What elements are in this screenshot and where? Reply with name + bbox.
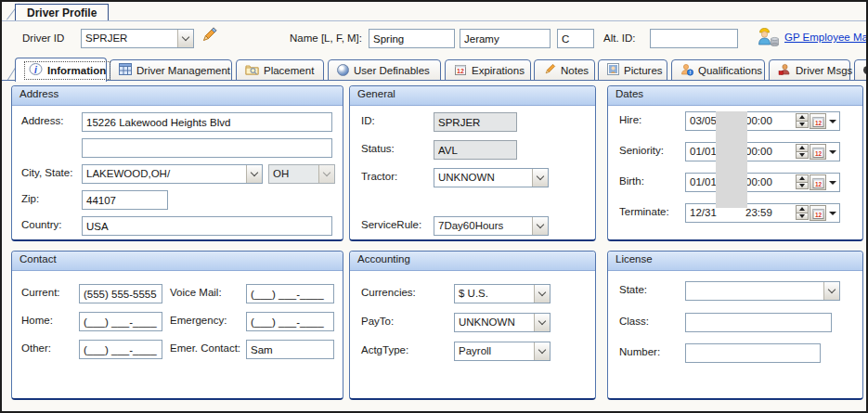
tab-expirations[interactable]: 12 Expirations — [445, 59, 531, 81]
pencil-icon — [543, 63, 556, 78]
voicemail-field[interactable] — [246, 284, 334, 303]
seniority-label: Seniority: — [619, 145, 664, 156]
accounting-group-header: Accounting — [350, 252, 595, 271]
seniority-date-field[interactable]: 01/01 00:00 12 — [685, 142, 840, 161]
spin-down-button[interactable] — [796, 121, 809, 129]
currencies-dropdown-button[interactable] — [534, 285, 550, 303]
info-icon: i — [29, 63, 43, 78]
home-phone-field[interactable] — [79, 312, 162, 331]
driver-id-combobox[interactable]: SPRJER — [81, 29, 194, 48]
actgtype-dropdown-button[interactable] — [534, 342, 550, 360]
terminate-date-field[interactable]: 12/31 23:59 12 — [685, 203, 840, 223]
hire-date-field[interactable]: 03/05 00:00 12 — [685, 111, 840, 131]
actgtype-combobox[interactable]: Payroll — [454, 342, 551, 361]
tab-label: Placement — [264, 65, 314, 76]
payto-combobox[interactable]: UNKNOWN — [454, 313, 551, 332]
chevron-down-icon — [251, 169, 258, 176]
arrow-down-icon — [799, 123, 805, 126]
payto-dropdown-button[interactable] — [534, 314, 550, 331]
state-combobox: OH — [268, 164, 335, 184]
city-state-dropdown-button[interactable] — [246, 165, 262, 183]
servicerule-value: 7Day60Hours — [438, 220, 531, 231]
emer-contact-label: Emer. Contact: — [170, 342, 240, 354]
terminate-calendar-button[interactable]: 12 — [810, 205, 826, 221]
tab-driver-msgs[interactable]: Driver Msgs — [769, 59, 850, 81]
license-state-combobox[interactable] — [685, 281, 840, 301]
hire-calendar-button[interactable]: 12 — [810, 113, 826, 129]
license-state-label: State: — [619, 284, 647, 295]
photo-icon — [607, 63, 619, 77]
tab-qualifications[interactable]: ! Qualifications — [671, 59, 765, 81]
license-number-field[interactable] — [685, 343, 821, 363]
tab-label: Pictures — [624, 65, 663, 76]
tab-driver-management[interactable]: Driver Management — [110, 59, 232, 81]
calendar-dropdown-caret[interactable] — [829, 212, 836, 215]
calendar-dropdown-caret[interactable] — [829, 150, 836, 154]
tractor-dropdown-button[interactable] — [532, 169, 548, 187]
tab-notes[interactable]: Notes — [534, 59, 595, 81]
alt-id-field[interactable] — [650, 29, 738, 48]
country-field[interactable] — [82, 216, 332, 236]
tab-partial-clipped[interactable] — [854, 59, 868, 81]
tab-pictures[interactable]: Pictures — [598, 59, 667, 81]
hire-spinner[interactable] — [796, 113, 809, 129]
calendar-dropdown-caret[interactable] — [829, 120, 836, 123]
home-phone-label: Home: — [21, 315, 53, 326]
name-first-field[interactable] — [460, 29, 551, 48]
zip-field[interactable] — [82, 190, 168, 210]
address-label: Address: — [21, 115, 63, 126]
voicemail-label: Voice Mail: — [170, 287, 222, 298]
birth-calendar-button[interactable]: 12 — [810, 174, 826, 190]
accounting-groupbox: Accounting Currencies: $ U.S. PayTo: UNK… — [349, 251, 596, 400]
calendar-dropdown-caret[interactable] — [829, 181, 836, 185]
address-line1-field[interactable] — [82, 112, 332, 132]
chevron-down-icon — [182, 33, 189, 41]
tab-label: Information — [47, 65, 106, 76]
license-state-dropdown-button[interactable] — [823, 282, 839, 300]
tab-placement[interactable]: Placement — [236, 59, 324, 81]
edit-pencil-icon[interactable] — [200, 26, 218, 46]
calendar-icon: 12 — [812, 177, 824, 188]
emer-contact-field[interactable] — [246, 340, 334, 359]
dates-group-header: Dates — [608, 86, 862, 106]
general-group-header: General — [350, 86, 595, 106]
tractor-combobox[interactable]: UNKNOWN — [434, 168, 549, 187]
terminate-time-value: 23:59 — [745, 207, 772, 218]
tractor-value: UNKNOWN — [438, 172, 531, 183]
seniority-spinner[interactable] — [796, 144, 809, 160]
license-class-field[interactable] — [685, 313, 832, 332]
birth-spinner[interactable] — [796, 174, 809, 190]
state-value: OH — [273, 168, 317, 179]
svg-text:i: i — [34, 64, 37, 74]
license-class-label: Class: — [619, 316, 649, 327]
address-line2-field[interactable] — [82, 138, 332, 158]
chevron-down-icon — [538, 346, 546, 354]
tab-user-definables[interactable]: User Definables — [328, 59, 441, 81]
seniority-calendar-button[interactable]: 12 — [810, 144, 826, 160]
emergency-phone-label: Emergency: — [170, 315, 227, 326]
other-phone-field[interactable] — [79, 340, 162, 359]
svg-text:12: 12 — [814, 181, 822, 187]
chevron-down-icon — [537, 221, 544, 228]
driver-profile-tab-label: Driver Profile — [27, 6, 97, 19]
currencies-combobox[interactable]: $ U.S. — [454, 284, 551, 303]
driver-id-dropdown-button[interactable] — [177, 30, 193, 47]
servicerule-combobox[interactable]: 7Day60Hours — [434, 216, 549, 236]
spin-down-button[interactable] — [796, 151, 809, 160]
spin-down-button[interactable] — [796, 182, 809, 190]
tab-driver-profile[interactable]: Driver Profile — [15, 4, 109, 20]
name-middle-field[interactable] — [557, 29, 594, 48]
arrow-up-icon — [799, 176, 805, 180]
spin-down-button[interactable] — [796, 213, 809, 221]
city-state-combobox[interactable]: LAKEWOOD,OH/ — [82, 164, 263, 184]
globe-icon — [337, 64, 349, 76]
birth-date-field[interactable]: 01/01 00:00 12 — [685, 173, 840, 192]
terminate-spinner[interactable] — [796, 205, 809, 221]
gp-employee-maintenance-link[interactable]: GP Employee Mainte — [784, 32, 868, 43]
servicerule-dropdown-button[interactable] — [532, 217, 548, 235]
current-phone-field[interactable] — [79, 284, 162, 303]
tab-information[interactable]: i Information — [15, 58, 107, 82]
emergency-phone-field[interactable] — [246, 312, 334, 331]
tab-label: Notes — [561, 65, 589, 76]
name-last-field[interactable] — [369, 29, 455, 48]
